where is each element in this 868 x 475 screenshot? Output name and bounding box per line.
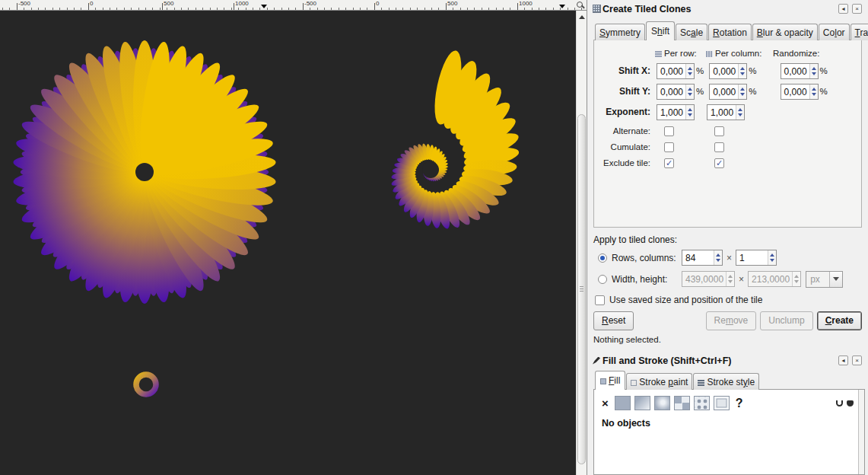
tiled-clones-icon (593, 5, 601, 13)
no-paint-button[interactable]: × (602, 398, 609, 409)
times-separator: × (739, 274, 744, 285)
ruler-label: 500 (164, 0, 173, 7)
ctc-titlebar: Create Tiled Clones ◂ × (593, 2, 862, 15)
rows-spinbox[interactable]: 84 (682, 250, 723, 266)
tab-fill[interactable]: Fill (595, 371, 625, 390)
exclude-tile-row: Exclude tile: ✓ ✓ (600, 158, 861, 168)
fill-tab-panel: × ? No objects (593, 389, 865, 475)
exclude-tile-per-column-checkbox[interactable]: ✓ (714, 158, 724, 168)
horizontal-ruler[interactable]: -50005001000-50005001000 (0, 0, 587, 11)
ctc-title: Create Tiled Clones (603, 4, 691, 14)
shift-y-per-column-spinbox[interactable]: 0,000 (709, 84, 747, 100)
reset-button[interactable]: Reset (593, 311, 634, 330)
paint-type-toolbar: × ? (594, 390, 864, 410)
ctc-close-button[interactable]: × (852, 4, 862, 14)
tab-shift[interactable]: Shift (646, 21, 675, 40)
dropdown-arrow-icon[interactable] (829, 272, 842, 287)
width-height-radio[interactable] (598, 275, 607, 284)
pattern-button[interactable] (674, 396, 690, 410)
width-height-row: Width, height: 439,0000 × 213,0000 px (598, 270, 868, 288)
drawing-canvas[interactable] (0, 11, 576, 475)
tab-blur-opacity[interactable]: Blur & opacity (752, 24, 818, 40)
flat-color-button[interactable] (615, 396, 631, 410)
shift-y-randomize-spinbox[interactable]: 0,000 (781, 84, 819, 100)
scrollbar-thumb[interactable] (577, 114, 586, 464)
dock-panel: Create Tiled Clones ◂ × Symmetry Shift S… (587, 0, 868, 475)
height-spinbox: 213,0000 (748, 271, 801, 287)
exponent-per-column-spinbox[interactable]: 1,000 (707, 104, 745, 120)
linear-gradient-button[interactable] (634, 396, 650, 410)
shift-x-per-column-spinbox[interactable]: 0,000 (709, 63, 747, 79)
tab-stroke-style[interactable]: Stroke style (693, 373, 759, 390)
percent-label: % (696, 66, 704, 75)
shift-x-label: Shift X: (600, 65, 650, 76)
tab-stroke-paint[interactable]: Stroke paint (626, 373, 692, 390)
remove-button[interactable]: Remove (706, 311, 757, 330)
stroke-style-tab-icon (698, 380, 704, 386)
unclump-button[interactable]: Unclump (760, 311, 812, 330)
create-button[interactable]: Create (817, 311, 862, 330)
alternate-per-row-checkbox[interactable] (664, 126, 674, 136)
tiled-clones-artwork (0, 11, 576, 475)
ctc-collapse-button[interactable]: ◂ (838, 4, 848, 14)
ruler-label: 0 (376, 0, 379, 7)
fs-scrollbar-gutter[interactable] (858, 390, 864, 474)
columns-spinbox[interactable]: 1 (736, 250, 777, 266)
exponent-label: Exponent: (600, 107, 650, 117)
ruler-label: 1000 (235, 0, 249, 7)
percent-label: % (749, 66, 756, 75)
exponent-row: Exponent: 1,000 1,000 (600, 104, 861, 120)
tab-color[interactable]: Color (819, 24, 850, 40)
fs-title: Fill and Stroke (Shift+Ctrl+F) (603, 355, 731, 366)
per-column-header: Per column: (715, 49, 761, 58)
use-saved-checkbox[interactable] (595, 295, 605, 305)
inkscape-window: -50005001000-50005001000 Create Tiled Cl… (0, 0, 868, 475)
create-tiled-clones-dialog: Create Tiled Clones ◂ × Symmetry Shift S… (587, 2, 868, 344)
fill-rule-evenodd-icon[interactable] (836, 400, 843, 406)
fs-collapse-button[interactable]: ◂ (838, 355, 848, 365)
units-dropdown[interactable]: px (806, 271, 843, 288)
exclude-tile-per-row-checkbox[interactable]: ✓ (664, 158, 674, 168)
tab-rotation[interactable]: Rotation (708, 24, 752, 40)
fill-stroke-dialog: Fill and Stroke (Shift+Ctrl+F) ◂ × Fill … (587, 354, 868, 475)
tab-scale[interactable]: Scale (676, 24, 707, 40)
shift-y-per-row-spinbox[interactable]: 0,000 (657, 84, 695, 100)
cumulate-per-column-checkbox[interactable] (714, 142, 724, 152)
percent-label: % (749, 87, 756, 96)
tab-trace[interactable]: Trace (851, 24, 868, 40)
unknown-paint-button[interactable]: ? (736, 398, 743, 409)
zoom-icon[interactable] (577, 2, 585, 10)
ruler-cursor-icon (261, 5, 267, 8)
shift-x-per-row-spinbox[interactable]: 0,000 (657, 63, 695, 79)
cumulate-per-row-checkbox[interactable] (664, 142, 674, 152)
alternate-per-column-checkbox[interactable] (714, 126, 724, 136)
ruler-label: 0 (90, 0, 93, 7)
ruler-label: 1000 (519, 0, 533, 7)
alternate-row: Alternate: (600, 126, 861, 136)
fill-rule-nonzero-icon[interactable] (847, 400, 854, 406)
fill-tab-icon (600, 378, 606, 384)
fs-close-button[interactable]: × (852, 355, 862, 365)
shift-x-row: Shift X: 0,000% 0,000% 0,000% (600, 62, 861, 79)
cumulate-row: Cumulate: (600, 142, 861, 152)
alternate-label: Alternate: (600, 126, 650, 135)
per-row-header: Per row: (664, 49, 697, 58)
times-separator: × (727, 253, 732, 263)
cumulate-label: Cumulate: (600, 142, 650, 151)
swatch-fill-button[interactable] (714, 396, 730, 410)
ctc-button-row: Reset Remove Unclump Create (593, 311, 862, 330)
rows-columns-row: Rows, columns: 84 × 1 (598, 249, 868, 266)
randomize-header: Randomize: (773, 49, 819, 58)
exponent-per-row-spinbox[interactable]: 1,000 (657, 104, 695, 120)
ruler-label: -500 (304, 0, 316, 7)
shift-x-randomize-spinbox[interactable]: 0,000 (781, 63, 819, 79)
rows-columns-radio[interactable] (598, 253, 607, 263)
tab-symmetry[interactable]: Symmetry (595, 24, 645, 40)
swatch-button[interactable] (694, 396, 710, 410)
apply-section-label: Apply to tiled clones: (593, 234, 868, 245)
per-row-icon (655, 51, 662, 57)
width-spinbox: 439,0000 (682, 271, 735, 287)
canvas-vertical-scrollbar[interactable] (576, 11, 587, 475)
scroll-up-icon[interactable] (579, 15, 585, 19)
radial-gradient-button[interactable] (654, 396, 670, 410)
